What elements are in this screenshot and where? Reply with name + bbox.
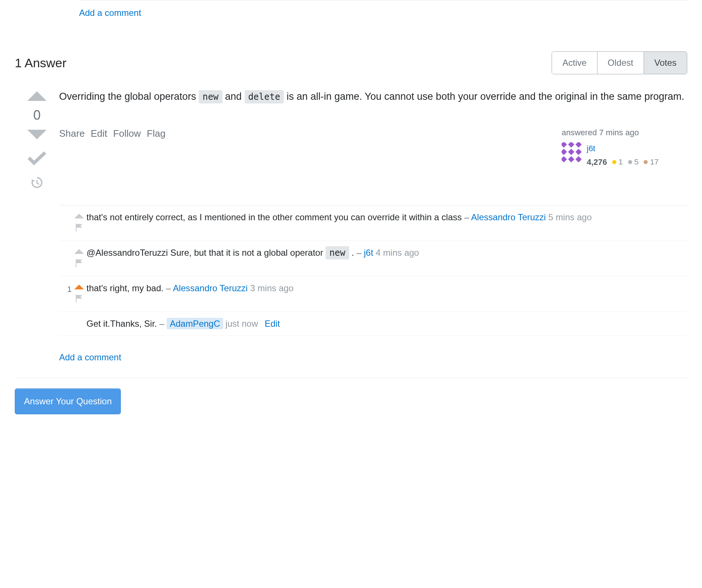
- bronze-badge-icon: [644, 160, 648, 164]
- comment-score: [59, 317, 72, 330]
- answered-time: answered 7 mins ago: [562, 126, 687, 139]
- comment-author-link[interactable]: Alessandro Teruzzi: [471, 212, 546, 222]
- comment-vote-col: [72, 211, 86, 235]
- comment-time: 3 mins ago: [250, 283, 293, 293]
- comment-upvote-icon[interactable]: [74, 285, 84, 289]
- answer-body: Overriding the global operators new and …: [59, 89, 687, 364]
- comment-time: 5 mins ago: [548, 212, 592, 222]
- comment-row: Get it.Thanks, Sir. – AdamPengC just now…: [59, 312, 687, 336]
- user-name-link[interactable]: j6t: [587, 142, 662, 154]
- downvote-button[interactable]: [27, 130, 47, 139]
- code-new: new: [199, 90, 222, 103]
- gold-badge-icon: [612, 160, 616, 164]
- reputation-badges: 4,276 1 5 17: [587, 156, 662, 168]
- comment-body: that's not entirely correct, as I mentio…: [86, 212, 462, 222]
- comment-row: 1that's right, my bad. – Alessandro Teru…: [59, 276, 687, 312]
- comment-vote-col: [72, 282, 86, 306]
- comment-flag-icon[interactable]: [75, 293, 83, 306]
- comment-flag-icon[interactable]: [75, 222, 83, 235]
- comment-text: Get it.Thanks, Sir. – AdamPengC just now…: [86, 317, 687, 330]
- answered-prefix: answered: [562, 128, 599, 137]
- answer-text: is an all-in game. You cannot use both y…: [284, 91, 684, 102]
- comment-text: @AlessandroTeruzzi Sure, but that it is …: [86, 246, 687, 271]
- answer-text: Overriding the global operators: [59, 91, 199, 102]
- comment-body: Get it.Thanks, Sir.: [86, 319, 157, 329]
- silver-badge-icon: [628, 160, 632, 164]
- comment-author-link[interactable]: AdamPengC: [167, 318, 223, 329]
- comment-body: @AlessandroTeruzzi Sure, but that it is …: [86, 248, 326, 258]
- edit-link[interactable]: Edit: [91, 126, 107, 168]
- comment-score: [59, 246, 72, 271]
- timeline-icon[interactable]: [31, 176, 43, 191]
- vote-count: 0: [33, 108, 41, 123]
- comment-vote-col: [72, 317, 86, 330]
- share-link[interactable]: Share: [59, 126, 85, 168]
- comment-author-link[interactable]: j6t: [364, 248, 373, 258]
- comment-code: new: [326, 246, 349, 259]
- comment-upvote-icon[interactable]: [74, 214, 84, 218]
- silver-badge-count: 5: [634, 156, 639, 168]
- code-delete: delete: [245, 90, 284, 103]
- bronze-badge-count: 17: [650, 156, 658, 168]
- comment-edit-link[interactable]: Edit: [265, 319, 280, 329]
- avatar[interactable]: [562, 142, 582, 162]
- gold-badge-count: 1: [618, 156, 623, 168]
- comment-text: that's not entirely correct, as I mentio…: [86, 211, 687, 235]
- answer-text: and: [222, 91, 245, 102]
- upvote-button[interactable]: [27, 91, 47, 101]
- comment-time: just now: [225, 319, 258, 329]
- separator: –: [462, 212, 471, 222]
- add-comment-link-top[interactable]: Add a comment: [15, 0, 687, 18]
- separator: –: [157, 319, 167, 329]
- comment-vote-col: [72, 246, 86, 271]
- comment-row: that's not entirely correct, as I mentio…: [59, 205, 687, 241]
- tab-votes[interactable]: Votes: [644, 52, 687, 74]
- reputation-score: 4,276: [587, 156, 607, 168]
- comment-flag-icon[interactable]: [75, 258, 83, 271]
- post-action-menu: Share Edit Follow Flag: [59, 126, 166, 168]
- user-card: answered 7 mins ago: [562, 126, 687, 168]
- comment-text: that's right, my bad. – Alessandro Teruz…: [86, 282, 687, 306]
- separator: –: [164, 283, 173, 293]
- separator: –: [354, 248, 364, 258]
- comments-list: that's not entirely correct, as I mentio…: [59, 205, 687, 336]
- answers-count-heading: 1 Answer: [15, 56, 67, 70]
- flag-link[interactable]: Flag: [147, 126, 166, 168]
- answer-sort-tabs: Active Oldest Votes: [552, 51, 687, 74]
- comment-time: 4 mins ago: [376, 248, 419, 258]
- tab-active[interactable]: Active: [552, 52, 597, 74]
- tab-oldest[interactable]: Oldest: [597, 52, 644, 74]
- answered-relative-time: 7 mins ago: [599, 128, 639, 137]
- follow-link[interactable]: Follow: [113, 126, 141, 168]
- comment-row: @AlessandroTeruzzi Sure, but that it is …: [59, 241, 687, 276]
- accept-answer-icon[interactable]: [27, 150, 47, 167]
- comment-body: that's right, my bad.: [86, 283, 164, 293]
- comment-score: 1: [59, 282, 72, 306]
- comment-score: [59, 211, 72, 235]
- add-comment-link[interactable]: Add a comment: [59, 343, 121, 364]
- answer-your-question-button[interactable]: Answer Your Question: [15, 388, 121, 414]
- comment-body: .: [349, 248, 354, 258]
- comment-author-link[interactable]: Alessandro Teruzzi: [173, 283, 248, 293]
- vote-column: 0: [15, 89, 59, 191]
- comment-upvote-icon[interactable]: [74, 249, 84, 254]
